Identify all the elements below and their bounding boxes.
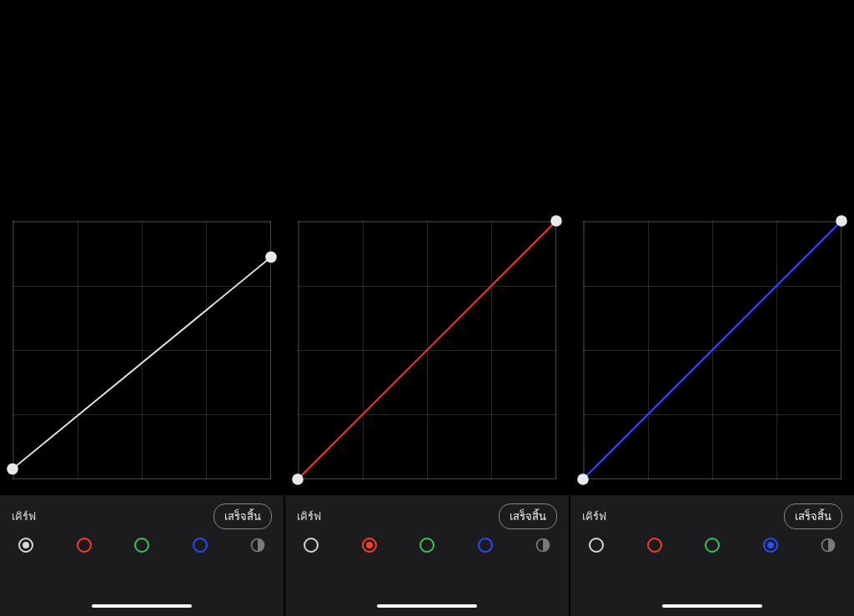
channel-white-button[interactable] (587, 536, 605, 554)
contrast-icon (820, 537, 836, 553)
ring-icon (77, 538, 92, 553)
channel-blue-button[interactable] (476, 536, 495, 554)
channel-bw-button[interactable] (534, 536, 552, 554)
channel-green-button[interactable] (418, 536, 436, 554)
dot-icon (767, 542, 774, 548)
curve-handles[interactable] (298, 221, 556, 479)
channel-white-button[interactable] (302, 536, 320, 554)
channel-row (12, 536, 272, 554)
channel-bw-button[interactable] (819, 536, 837, 554)
done-button[interactable]: เสร็จสิ้น (499, 503, 557, 529)
channel-row (297, 536, 557, 554)
home-indicator[interactable] (377, 604, 477, 608)
tool-title: เคิร์ฟ (582, 508, 606, 525)
channel-row (582, 536, 842, 554)
contrast-icon (249, 537, 266, 553)
bottom-bar-header: เคิร์ฟ เสร็จสิ้น (12, 503, 272, 529)
home-indicator[interactable] (662, 604, 762, 608)
editor-screen-white: เคิร์ฟ เสร็จสิ้น (0, 0, 284, 616)
bottom-bar-header: เคิร์ฟ เสร็จสิ้น (297, 503, 557, 529)
curve-handle-start[interactable] (7, 463, 18, 475)
channel-red-button[interactable] (360, 536, 379, 554)
curve-handles[interactable] (583, 221, 841, 479)
ring-icon (705, 538, 720, 553)
home-indicator[interactable] (92, 604, 192, 608)
channel-blue-button[interactable] (191, 536, 209, 554)
curve-handle-start[interactable] (577, 473, 589, 485)
bottom-bar-header: เคิร์ฟ เสร็จสิ้น (582, 503, 842, 529)
channel-red-button[interactable] (75, 536, 93, 554)
ring-icon (589, 538, 604, 553)
tool-title: เคิร์ฟ (12, 508, 36, 525)
editor-screen-red: เคิร์ฟ เสร็จสิ้น (284, 0, 569, 616)
curves-grid-area[interactable] (298, 221, 556, 479)
done-button[interactable]: เสร็จสิ้น (784, 503, 842, 529)
curve-handle-end[interactable] (550, 215, 562, 227)
channel-green-button[interactable] (133, 536, 151, 554)
dot-icon (366, 542, 373, 548)
ring-icon (193, 538, 208, 553)
channel-red-button[interactable] (646, 536, 664, 554)
curves-grid-area[interactable] (583, 221, 841, 479)
ring-icon (134, 538, 149, 553)
done-button[interactable]: เสร็จสิ้น (214, 503, 272, 529)
bottom-bar: เคิร์ฟ เสร็จสิ้น (570, 495, 854, 616)
ring-icon (647, 538, 662, 553)
channel-bw-button[interactable] (249, 536, 267, 554)
dot-icon (23, 542, 29, 548)
curve-handle-end[interactable] (265, 252, 277, 263)
contrast-icon (535, 537, 551, 553)
curve-handle-start[interactable] (292, 473, 304, 485)
editor-screen-blue: เคิร์ฟ เสร็จสิ้น (569, 0, 854, 616)
ring-icon (419, 538, 435, 553)
ring-icon (18, 538, 33, 553)
channel-white-button[interactable] (17, 536, 35, 554)
curve-handles[interactable] (13, 221, 271, 479)
channel-green-button[interactable] (703, 536, 721, 554)
ring-icon (304, 538, 319, 553)
tool-title: เคิร์ฟ (297, 508, 321, 525)
curves-grid-area[interactable] (13, 221, 271, 479)
ring-icon (478, 538, 493, 553)
channel-blue-button[interactable] (761, 536, 780, 554)
bottom-bar: เคิร์ฟ เสร็จสิ้น (0, 495, 284, 616)
ring-icon (362, 538, 377, 553)
curve-handle-end[interactable] (836, 215, 847, 227)
bottom-bar: เคิร์ฟ เสร็จสิ้น (285, 495, 569, 616)
triple-screenshot-stage: เคิร์ฟ เสร็จสิ้น (0, 0, 854, 616)
ring-icon (763, 538, 778, 553)
